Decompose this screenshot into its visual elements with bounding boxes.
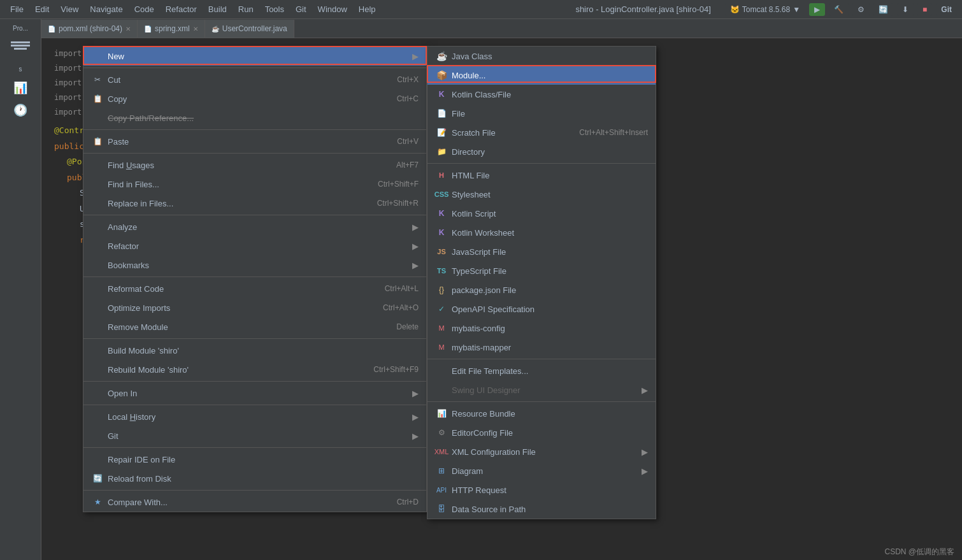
sidebar-clock[interactable]: 🕐 [2,101,39,120]
submenu-data-source[interactable]: 🗄 Data Source in Path [427,499,656,519]
replace-shortcut: Ctrl+Shift+R [377,199,419,208]
menu-window[interactable]: Window [313,2,352,17]
menu-item-repair-label: Repair IDE on File [108,455,419,464]
submenu-editor-config-label: EditorConfig File [452,428,648,438]
menu-item-git[interactable]: Git ▶ [83,426,426,445]
submenu-resource-bundle[interactable]: 📊 Resource Bundle [427,404,656,423]
ts-icon: TS [435,264,448,277]
menu-item-bookmarks[interactable]: Bookmarks ▶ [83,255,426,275]
submenu-mybatis-config[interactable]: M mybatis-config [427,319,656,338]
submenu-http-request[interactable]: API HTTP Request [427,480,656,499]
git-label: Git [936,3,957,16]
paste-icon: 📋 [91,135,104,148]
submenu-html[interactable]: H HTML File [427,166,656,185]
menu-git[interactable]: Git [291,2,312,17]
submenu-package-json[interactable]: {} package.json File [427,280,656,299]
menu-item-replace-files[interactable]: Replace in Files... Ctrl+Shift+R [83,194,426,213]
menu-item-find-usages[interactable]: Find Usages Alt+F7 [83,155,426,175]
sidebar-charts[interactable]: 📊 [2,78,39,97]
submenu-kotlin-script[interactable]: K Kotlin Script [427,204,656,223]
menu-item-open-in[interactable]: Open In ▶ [83,384,426,403]
tomcat-dropdown[interactable]: 🐱 Tomcat 8.5.68 ▼ [725,3,805,16]
submenu-xml-config[interactable]: XML XML Configuration File ▶ [427,442,656,461]
submenu-kotlin-worksheet[interactable]: K Kotlin Worksheet [427,223,656,242]
submenu-directory-label: Directory [452,147,648,157]
menu-item-build-module[interactable]: Build Module 'shiro' [83,341,426,360]
menu-item-analyze-label: Analyze [108,222,407,232]
http-request-icon: API [435,484,448,496]
submenu-java-class[interactable]: ☕ Java Class [427,47,656,66]
menu-file[interactable]: File [5,2,29,17]
submenu-directory[interactable]: 📁 Directory [427,142,656,161]
menu-code[interactable]: Code [129,2,159,17]
menu-item-copy[interactable]: 📋 Copy Ctrl+C [83,89,426,108]
refactor-icon [91,240,104,252]
optimize-shortcut: Ctrl+Alt+O [383,303,419,312]
analyze-icon [91,220,104,233]
menu-item-cut[interactable]: ✂ Cut Ctrl+X [83,70,426,89]
stop-button[interactable]: ■ [917,3,932,16]
menu-item-find-files[interactable]: Find in Files... Ctrl+Shift+F [83,175,426,194]
menu-item-remove-module[interactable]: Remove Module Delete [83,317,426,336]
settings-button[interactable]: ⚙ [852,3,870,16]
scratch-shortcut: Ctrl+Alt+Shift+Insert [579,128,648,137]
sidebar-project[interactable]: Pro... [2,22,39,34]
repair-icon [91,453,104,466]
build-button[interactable]: 🔨 [829,3,849,16]
refactor-arrow-icon: ▶ [412,241,419,251]
submenu-ts[interactable]: TS TypeScript File [427,261,656,280]
module-icon: 📦 [435,69,448,82]
bookmarks-icon [91,259,104,271]
run-button[interactable]: ▶ [809,3,825,16]
submenu-openapi[interactable]: ✓ OpenAPI Specification [427,299,656,319]
separator-10 [83,490,426,491]
local-history-arrow-icon: ▶ [412,412,419,422]
menu-navigate[interactable]: Navigate [85,2,127,17]
submenu-js[interactable]: JS JavaScript File [427,242,656,261]
git-menu-icon [91,429,104,442]
menu-item-analyze[interactable]: Analyze ▶ [83,217,426,236]
menu-item-optimize-imports[interactable]: Optimize Imports Ctrl+Alt+O [83,298,426,317]
menu-item-new[interactable]: New ▶ [83,47,426,66]
menu-edit[interactable]: Edit [30,2,54,17]
submenu-diagram[interactable]: ⊞ Diagram ▶ [427,461,656,480]
update-button[interactable]: 🔄 [873,3,893,16]
debug-button[interactable]: ⬇ [897,3,914,16]
menu-run[interactable]: Run [233,2,259,17]
kotlin-class-icon: K [435,88,448,101]
submenu-editor-config[interactable]: ⚙ EditorConfig File [427,423,656,442]
menu-refactor[interactable]: Refactor [161,2,202,17]
mybatis-mapper-icon: M [435,341,448,354]
menu-item-repair-ide[interactable]: Repair IDE on File [83,450,426,469]
submenu-html-label: HTML File [452,171,648,180]
menu-item-compare[interactable]: ★ Compare With... Ctrl+D [83,492,426,512]
menu-view[interactable]: View [55,2,83,17]
openapi-icon: ✓ [435,303,448,315]
sidebar-item-2[interactable] [2,38,39,54]
submenu-mybatis-mapper[interactable]: M mybatis-mapper [427,338,656,357]
menu-item-refactor[interactable]: Refactor ▶ [83,236,426,255]
submenu-scratch[interactable]: 📝 Scratch File Ctrl+Alt+Shift+Insert [427,123,656,142]
kotlin-worksheet-icon: K [435,226,448,239]
submenu-module-label: Module... [452,71,648,80]
menu-item-local-history[interactable]: Local History ▶ [83,407,426,426]
submenu-module[interactable]: 📦 Module... [427,66,656,85]
submenu-file-label: File [452,109,648,118]
submenu-css[interactable]: CSS Stylesheet [427,185,656,204]
menu-item-paste[interactable]: 📋 Paste Ctrl+V [83,132,426,151]
menu-tools[interactable]: Tools [260,2,289,17]
menu-item-reload[interactable]: 🔄 Reload from Disk [83,469,426,488]
menu-item-rebuild-module[interactable]: Rebuild Module 'shiro' Ctrl+Shift+F9 [83,360,426,379]
submenu-edit-templates[interactable]: Edit File Templates... [427,361,656,380]
menu-item-copy-path[interactable]: Copy Path/Reference... [83,108,426,127]
menu-build[interactable]: Build [203,2,232,17]
submenu-file[interactable]: 📄 File [427,104,656,123]
menu-item-reformat[interactable]: Reformat Code Ctrl+Alt+L [83,279,426,298]
submenu-openapi-label: OpenAPI Specification [452,305,648,314]
file-icon: 📄 [435,107,448,120]
sidebar-structure[interactable]: s [2,63,39,75]
menu-help[interactable]: Help [354,2,381,17]
submenu-package-json-label: package.json File [452,285,648,295]
submenu-kotlin-class[interactable]: K Kotlin Class/File [427,85,656,104]
submenu-data-source-label: Data Source in Path [452,505,648,514]
